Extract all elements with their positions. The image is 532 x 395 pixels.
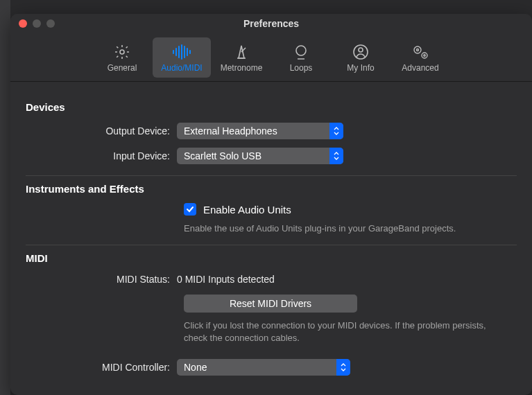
section-instruments-header: Instruments and Effects (10, 176, 532, 200)
tab-my-info[interactable]: My Info (332, 37, 390, 78)
tab-general[interactable]: General (93, 37, 151, 78)
gear-icon (114, 42, 130, 62)
toolbar: General Audio/MIDI (10, 33, 532, 82)
user-icon (352, 42, 369, 62)
dropdown-arrows-icon (329, 148, 343, 164)
midi-controller-value: None (184, 362, 207, 373)
tab-loops[interactable]: Loops (272, 37, 330, 78)
midi-controller-label: MIDI Controller: (26, 362, 177, 373)
output-device-row: Output Device: External Headphones (10, 119, 532, 143)
svg-point-10 (296, 46, 306, 55)
tab-label: Loops (290, 63, 313, 73)
output-device-select[interactable]: External Headphones (177, 123, 343, 139)
section-midi-header: MIDI (10, 245, 532, 270)
output-device-label: Output Device: (26, 125, 177, 137)
enable-audio-units-hint: Enable the use of Audio Units plug-ins i… (10, 218, 532, 238)
input-device-label: Input Device: (26, 150, 177, 161)
tab-advanced[interactable]: Advanced (391, 37, 449, 78)
midi-status-label: MIDI Status: (26, 274, 177, 285)
svg-point-15 (417, 49, 419, 51)
input-device-row: Input Device: Scarlett Solo USB (10, 143, 532, 168)
enable-audio-units-row: Enable Audio Units (10, 200, 532, 218)
svg-point-16 (422, 53, 427, 58)
output-device-value: External Headphones (184, 125, 277, 137)
svg-point-14 (414, 46, 421, 53)
tab-metronome[interactable]: Metronome (212, 37, 271, 78)
checkmark-icon (186, 205, 194, 213)
tab-label: Advanced (402, 63, 438, 73)
gears-icon (411, 42, 429, 62)
content-area: Devices Output Device: External Headphon… (10, 82, 532, 380)
window-title: Preferences (10, 18, 532, 29)
tab-label: Audio/MIDI (161, 63, 202, 73)
dropdown-arrows-icon (336, 359, 350, 376)
reset-midi-button[interactable]: Reset MIDI Drivers (184, 295, 357, 313)
midi-status-row: MIDI Status: 0 MIDI Inputs detected (10, 270, 532, 289)
midi-status-value: 0 MIDI Inputs detected (177, 274, 275, 285)
tab-label: Metronome (221, 63, 263, 73)
reset-midi-hint: Click if you lost the connection to your… (10, 315, 532, 347)
svg-point-17 (424, 54, 425, 55)
midi-controller-row: MIDI Controller: None (10, 355, 532, 380)
svg-point-13 (359, 48, 363, 52)
svg-point-0 (120, 50, 124, 54)
enable-audio-units-label: Enable Audio Units (203, 204, 291, 216)
section-devices-header: Devices (10, 94, 532, 119)
tab-label: My Info (347, 63, 374, 73)
loop-icon (293, 42, 309, 62)
metronome-icon (233, 42, 250, 62)
titlebar: Preferences (10, 14, 532, 33)
soundwave-icon (171, 42, 192, 62)
input-device-value: Scarlett Solo USB (184, 150, 261, 161)
enable-audio-units-checkbox[interactable] (184, 203, 196, 216)
input-device-select[interactable]: Scarlett Solo USB (177, 148, 343, 164)
midi-controller-select[interactable]: None (177, 359, 350, 376)
tab-label: General (108, 63, 137, 73)
reset-midi-row: Reset MIDI Drivers (10, 289, 532, 315)
preferences-window: Preferences General (10, 14, 532, 395)
dropdown-arrows-icon (329, 123, 343, 139)
tab-audio-midi[interactable]: Audio/MIDI (153, 37, 211, 78)
